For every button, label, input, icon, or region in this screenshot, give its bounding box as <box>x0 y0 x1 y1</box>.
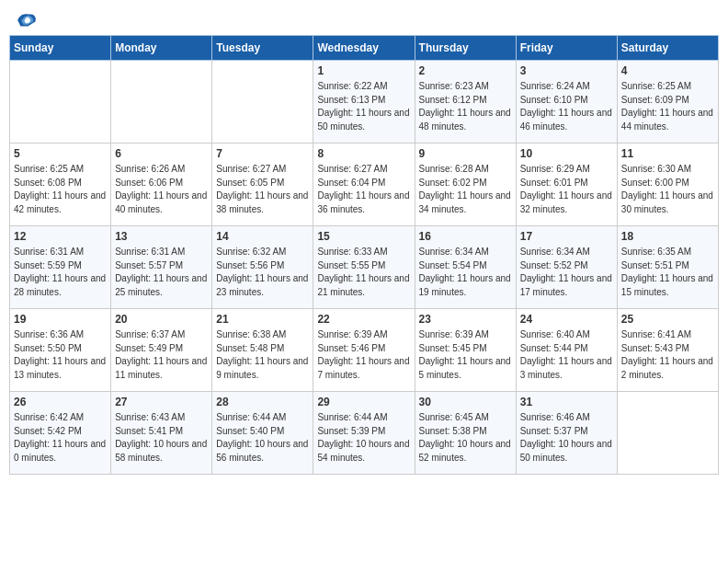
day-info: Sunrise: 6:25 AM Sunset: 6:09 PM Dayligh… <box>621 80 714 133</box>
calendar-cell <box>212 61 313 144</box>
day-number: 12 <box>14 230 107 243</box>
calendar-cell: 1Sunrise: 6:22 AM Sunset: 6:13 PM Daylig… <box>313 61 415 144</box>
weekday-header: Monday <box>111 36 212 61</box>
day-number: 9 <box>419 147 512 160</box>
calendar-week-row: 1Sunrise: 6:22 AM Sunset: 6:13 PM Daylig… <box>10 61 719 144</box>
day-info: Sunrise: 6:27 AM Sunset: 6:05 PM Dayligh… <box>216 163 309 216</box>
day-number: 24 <box>520 313 613 326</box>
calendar-body: 1Sunrise: 6:22 AM Sunset: 6:13 PM Daylig… <box>10 61 719 475</box>
calendar-cell <box>111 61 212 144</box>
calendar-cell: 3Sunrise: 6:24 AM Sunset: 6:10 PM Daylig… <box>516 61 617 144</box>
calendar-cell: 19Sunrise: 6:36 AM Sunset: 5:50 PM Dayli… <box>10 309 111 392</box>
calendar-cell: 14Sunrise: 6:32 AM Sunset: 5:56 PM Dayli… <box>212 226 313 309</box>
calendar-week-row: 5Sunrise: 6:25 AM Sunset: 6:08 PM Daylig… <box>10 144 719 226</box>
day-number: 5 <box>14 147 107 160</box>
day-number: 18 <box>621 230 714 243</box>
day-number: 22 <box>317 313 410 326</box>
calendar-cell: 26Sunrise: 6:42 AM Sunset: 5:42 PM Dayli… <box>10 392 111 475</box>
calendar-table: SundayMondayTuesdayWednesdayThursdayFrid… <box>9 35 719 475</box>
calendar-header: SundayMondayTuesdayWednesdayThursdayFrid… <box>10 36 719 61</box>
day-number: 21 <box>216 313 309 326</box>
day-info: Sunrise: 6:22 AM Sunset: 6:13 PM Dayligh… <box>317 80 410 133</box>
day-info: Sunrise: 6:25 AM Sunset: 6:08 PM Dayligh… <box>14 163 107 216</box>
day-info: Sunrise: 6:34 AM Sunset: 5:52 PM Dayligh… <box>520 246 613 299</box>
calendar-cell: 5Sunrise: 6:25 AM Sunset: 6:08 PM Daylig… <box>10 144 111 226</box>
calendar-cell: 29Sunrise: 6:44 AM Sunset: 5:39 PM Dayli… <box>313 392 415 475</box>
day-info: Sunrise: 6:37 AM Sunset: 5:49 PM Dayligh… <box>115 328 208 382</box>
day-info: Sunrise: 6:44 AM Sunset: 5:39 PM Dayligh… <box>317 411 410 465</box>
day-info: Sunrise: 6:36 AM Sunset: 5:50 PM Dayligh… <box>14 328 107 382</box>
day-info: Sunrise: 6:26 AM Sunset: 6:06 PM Dayligh… <box>115 163 208 216</box>
day-number: 6 <box>115 147 208 160</box>
day-info: Sunrise: 6:33 AM Sunset: 5:55 PM Dayligh… <box>317 246 410 299</box>
calendar-cell: 27Sunrise: 6:43 AM Sunset: 5:41 PM Dayli… <box>111 392 212 475</box>
day-number: 27 <box>115 396 208 408</box>
day-number: 26 <box>14 396 107 408</box>
day-number: 17 <box>520 230 613 243</box>
calendar-cell: 21Sunrise: 6:38 AM Sunset: 5:48 PM Dayli… <box>212 309 313 392</box>
calendar-cell: 15Sunrise: 6:33 AM Sunset: 5:55 PM Dayli… <box>313 226 415 309</box>
day-info: Sunrise: 6:28 AM Sunset: 6:02 PM Dayligh… <box>419 163 512 216</box>
calendar-cell: 12Sunrise: 6:31 AM Sunset: 5:59 PM Dayli… <box>10 226 111 309</box>
day-info: Sunrise: 6:43 AM Sunset: 5:41 PM Dayligh… <box>115 411 208 465</box>
day-number: 30 <box>419 396 512 408</box>
weekday-header: Thursday <box>415 36 516 61</box>
day-number: 13 <box>115 230 208 243</box>
day-number: 8 <box>317 147 410 160</box>
day-number: 11 <box>621 147 714 160</box>
calendar-cell: 30Sunrise: 6:45 AM Sunset: 5:38 PM Dayli… <box>415 392 516 475</box>
calendar-cell: 25Sunrise: 6:41 AM Sunset: 5:43 PM Dayli… <box>617 309 718 392</box>
day-number: 29 <box>317 396 410 408</box>
day-number: 14 <box>216 230 309 243</box>
calendar-cell: 28Sunrise: 6:44 AM Sunset: 5:40 PM Dayli… <box>212 392 313 475</box>
day-info: Sunrise: 6:31 AM Sunset: 5:57 PM Dayligh… <box>115 246 208 299</box>
logo-icon <box>15 9 37 31</box>
calendar-cell <box>10 61 111 144</box>
day-info: Sunrise: 6:29 AM Sunset: 6:01 PM Dayligh… <box>520 163 613 216</box>
calendar-cell: 7Sunrise: 6:27 AM Sunset: 6:05 PM Daylig… <box>212 144 313 226</box>
calendar-cell: 9Sunrise: 6:28 AM Sunset: 6:02 PM Daylig… <box>415 144 516 226</box>
weekday-header: Sunday <box>10 36 111 61</box>
day-number: 1 <box>317 64 410 77</box>
calendar-cell: 31Sunrise: 6:46 AM Sunset: 5:37 PM Dayli… <box>516 392 617 475</box>
day-info: Sunrise: 6:30 AM Sunset: 6:00 PM Dayligh… <box>621 163 714 216</box>
day-info: Sunrise: 6:24 AM Sunset: 6:10 PM Dayligh… <box>520 80 613 133</box>
weekday-header: Saturday <box>617 36 718 61</box>
day-number: 19 <box>14 313 107 326</box>
day-info: Sunrise: 6:40 AM Sunset: 5:44 PM Dayligh… <box>520 328 613 382</box>
calendar-cell: 4Sunrise: 6:25 AM Sunset: 6:09 PM Daylig… <box>617 61 718 144</box>
calendar-cell: 6Sunrise: 6:26 AM Sunset: 6:06 PM Daylig… <box>111 144 212 226</box>
day-number: 20 <box>115 313 208 326</box>
calendar-cell: 8Sunrise: 6:27 AM Sunset: 6:04 PM Daylig… <box>313 144 415 226</box>
calendar-week-row: 19Sunrise: 6:36 AM Sunset: 5:50 PM Dayli… <box>10 309 719 392</box>
weekday-header: Friday <box>516 36 617 61</box>
calendar-cell: 18Sunrise: 6:35 AM Sunset: 5:51 PM Dayli… <box>617 226 718 309</box>
calendar-cell: 24Sunrise: 6:40 AM Sunset: 5:44 PM Dayli… <box>516 309 617 392</box>
calendar-cell: 16Sunrise: 6:34 AM Sunset: 5:54 PM Dayli… <box>415 226 516 309</box>
day-info: Sunrise: 6:39 AM Sunset: 5:45 PM Dayligh… <box>419 328 512 382</box>
day-number: 4 <box>621 64 714 77</box>
calendar-cell: 20Sunrise: 6:37 AM Sunset: 5:49 PM Dayli… <box>111 309 212 392</box>
day-info: Sunrise: 6:42 AM Sunset: 5:42 PM Dayligh… <box>14 411 107 465</box>
day-info: Sunrise: 6:34 AM Sunset: 5:54 PM Dayligh… <box>419 246 512 299</box>
weekday-header: Wednesday <box>313 36 415 61</box>
day-number: 7 <box>216 147 309 160</box>
day-info: Sunrise: 6:46 AM Sunset: 5:37 PM Dayligh… <box>520 411 613 465</box>
page-header <box>9 9 719 28</box>
calendar-cell: 10Sunrise: 6:29 AM Sunset: 6:01 PM Dayli… <box>516 144 617 226</box>
day-info: Sunrise: 6:27 AM Sunset: 6:04 PM Dayligh… <box>317 163 410 216</box>
day-info: Sunrise: 6:35 AM Sunset: 5:51 PM Dayligh… <box>621 246 714 299</box>
day-number: 28 <box>216 396 309 408</box>
calendar-week-row: 26Sunrise: 6:42 AM Sunset: 5:42 PM Dayli… <box>10 392 719 475</box>
day-info: Sunrise: 6:45 AM Sunset: 5:38 PM Dayligh… <box>419 411 512 465</box>
day-number: 25 <box>621 313 714 326</box>
day-number: 3 <box>520 64 613 77</box>
day-info: Sunrise: 6:23 AM Sunset: 6:12 PM Dayligh… <box>419 80 512 133</box>
calendar-cell: 13Sunrise: 6:31 AM Sunset: 5:57 PM Dayli… <box>111 226 212 309</box>
calendar-cell: 11Sunrise: 6:30 AM Sunset: 6:00 PM Dayli… <box>617 144 718 226</box>
calendar-cell: 23Sunrise: 6:39 AM Sunset: 5:45 PM Dayli… <box>415 309 516 392</box>
day-info: Sunrise: 6:31 AM Sunset: 5:59 PM Dayligh… <box>14 246 107 299</box>
logo <box>13 9 37 28</box>
calendar-cell <box>617 392 718 475</box>
day-number: 31 <box>520 396 613 408</box>
